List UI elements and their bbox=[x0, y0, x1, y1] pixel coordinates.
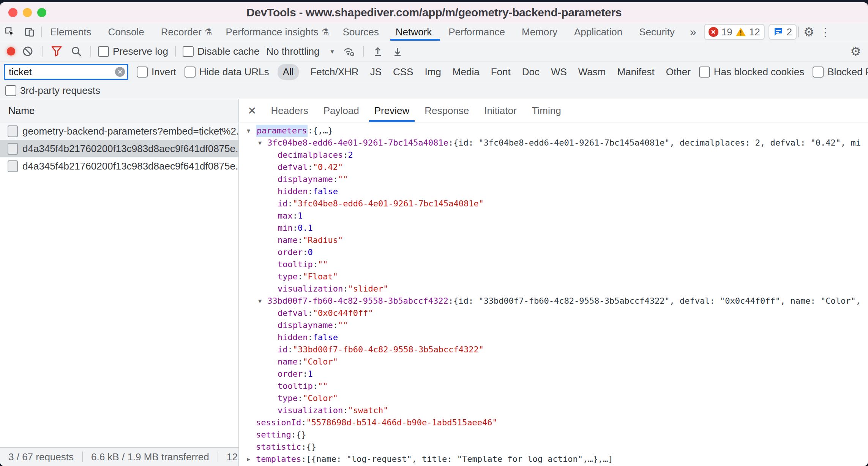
json-tree-line[interactable]: name : "Radius" bbox=[239, 234, 868, 246]
json-tree-line[interactable]: max : 1 bbox=[239, 210, 868, 222]
devtools-tab[interactable]: Recorder⚗ bbox=[154, 23, 219, 41]
json-tree-line[interactable]: order : 0 bbox=[239, 246, 868, 258]
blocked-requests-checkbox[interactable] bbox=[813, 67, 824, 78]
json-tree-line[interactable]: type : "Color" bbox=[239, 392, 868, 404]
json-tree-line[interactable]: defval : "0.42" bbox=[239, 161, 868, 173]
json-tree-line[interactable]: visualization : "slider" bbox=[239, 283, 868, 295]
disclosure-triangle-icon[interactable]: ▼ bbox=[258, 137, 267, 149]
more-tabs-chevron-icon[interactable]: » bbox=[685, 23, 702, 41]
json-tree-line[interactable]: decimalplaces : 2 bbox=[239, 149, 868, 161]
resource-type-chip[interactable]: Other bbox=[666, 66, 691, 78]
detail-tab[interactable]: Initiator bbox=[477, 99, 524, 122]
json-tree-line[interactable]: ▼ parameters : {,…} bbox=[239, 125, 868, 137]
json-tree-line[interactable]: id : "33bd00f7-fb60-4c82-9558-3b5abccf43… bbox=[239, 344, 868, 356]
json-tree-line[interactable]: displayname : "" bbox=[239, 173, 868, 185]
name-column-header[interactable]: Name bbox=[0, 99, 239, 122]
resource-type-chip[interactable]: Img bbox=[425, 66, 441, 78]
resource-type-chip[interactable]: WS bbox=[551, 66, 567, 78]
disable-cache-label: Disable cache bbox=[197, 46, 259, 57]
disable-cache-checkbox[interactable] bbox=[183, 46, 194, 57]
detail-tab[interactable]: Headers bbox=[263, 99, 316, 122]
hide-data-urls-checkbox[interactable] bbox=[185, 67, 196, 78]
json-tree-line[interactable]: displayname : "" bbox=[239, 319, 868, 331]
kebab-menu-icon[interactable]: ⋮ bbox=[817, 23, 837, 41]
issues-badge[interactable]: 2 bbox=[769, 24, 797, 40]
resource-type-chip[interactable]: Fetch/XHR bbox=[310, 66, 358, 78]
disclosure-triangle-icon[interactable]: ▶ bbox=[247, 453, 256, 465]
clear-network-log-icon[interactable] bbox=[21, 44, 35, 59]
json-tree-line[interactable]: hidden : false bbox=[239, 185, 868, 198]
third-party-toggle[interactable]: 3rd-party requests bbox=[5, 85, 100, 97]
resource-type-chip[interactable]: Wasm bbox=[578, 66, 606, 78]
json-tree-line[interactable]: name : "Color" bbox=[239, 356, 868, 368]
device-toolbar-icon[interactable] bbox=[20, 23, 39, 41]
import-har-icon[interactable] bbox=[371, 44, 385, 59]
detail-tab[interactable]: Payload bbox=[316, 99, 367, 122]
disclosure-triangle-icon[interactable]: ▼ bbox=[258, 295, 267, 307]
resource-type-chip[interactable]: CSS bbox=[393, 66, 413, 78]
json-tree-line[interactable]: type : "Float" bbox=[239, 271, 868, 283]
filter-icon[interactable] bbox=[49, 44, 64, 59]
json-tree-line[interactable]: defval : "0x0c44f0ff" bbox=[239, 307, 868, 319]
resource-type-chip[interactable]: All bbox=[278, 64, 299, 80]
warning-count: 12 bbox=[749, 26, 760, 38]
devtools-tab[interactable]: Console bbox=[101, 23, 154, 41]
record-network-log-button[interactable] bbox=[7, 47, 15, 55]
devtools-tab[interactable]: Performance insights⚗ bbox=[219, 23, 336, 41]
settings-gear-icon[interactable]: ⚙ bbox=[800, 23, 817, 41]
json-tree-line[interactable]: ▼ 33bd00f7-fb60-4c82-9558-3b5abccf4322 :… bbox=[239, 295, 868, 307]
devtools-tab[interactable]: Memory bbox=[515, 23, 567, 41]
resource-type-chip[interactable]: Doc bbox=[522, 66, 540, 78]
json-tree-line[interactable]: setting : {} bbox=[239, 429, 868, 441]
detail-tab[interactable]: Preview bbox=[367, 99, 417, 122]
json-tree-line[interactable]: sessionId : "5578698d-b514-466d-b90e-1ab… bbox=[239, 417, 868, 429]
disable-cache-toggle[interactable]: Disable cache bbox=[183, 46, 259, 57]
devtools-tab[interactable]: Performance bbox=[442, 23, 515, 41]
has-blocked-cookies-checkbox[interactable] bbox=[699, 67, 710, 78]
export-har-icon[interactable] bbox=[390, 44, 405, 59]
json-tree-line[interactable]: visualization : "swatch" bbox=[239, 404, 868, 417]
network-conditions-icon[interactable] bbox=[342, 44, 356, 59]
filter-input-box[interactable]: ✕ bbox=[4, 64, 128, 80]
preserve-log-checkbox[interactable] bbox=[98, 46, 109, 57]
inspect-element-icon[interactable] bbox=[0, 23, 20, 41]
invert-toggle[interactable]: Invert bbox=[137, 66, 176, 78]
resource-type-chip[interactable]: Manifest bbox=[617, 66, 655, 78]
json-tree-line[interactable]: min : 0.1 bbox=[239, 222, 868, 234]
json-tree-line[interactable]: statistic : {} bbox=[239, 441, 868, 453]
invert-checkbox[interactable] bbox=[137, 67, 148, 78]
filter-input[interactable] bbox=[8, 66, 112, 78]
search-icon[interactable] bbox=[69, 44, 84, 59]
resource-type-chip[interactable]: Font bbox=[491, 66, 511, 78]
devtools-tab[interactable]: Security bbox=[632, 23, 685, 41]
disclosure-triangle-icon[interactable]: ▼ bbox=[247, 125, 256, 137]
json-tree-line[interactable]: ▶ templates : [{name: "log-request", tit… bbox=[239, 453, 868, 465]
json-tree-line[interactable]: order : 1 bbox=[239, 368, 868, 380]
request-row[interactable]: d4a345f4b21760200f13c983d8aec9f641df0875… bbox=[0, 140, 238, 157]
preserve-log-toggle[interactable]: Preserve log bbox=[98, 46, 168, 57]
network-settings-gear-icon[interactable]: ⚙ bbox=[847, 44, 864, 59]
devtools-tab[interactable]: Network bbox=[389, 23, 442, 41]
devtools-tab[interactable]: Sources bbox=[336, 23, 388, 41]
detail-tab[interactable]: Timing bbox=[524, 99, 569, 122]
detail-tab[interactable]: Response bbox=[417, 99, 477, 122]
close-detail-panel-icon[interactable]: ✕ bbox=[239, 99, 263, 122]
devtools-tab[interactable]: Elements bbox=[43, 23, 101, 41]
third-party-checkbox[interactable] bbox=[5, 85, 16, 96]
clear-filter-icon[interactable]: ✕ bbox=[115, 67, 125, 77]
request-row[interactable]: geometry-backend-parameters?embed=ticket… bbox=[0, 122, 238, 140]
blocked-requests-toggle[interactable]: Blocked Requests bbox=[813, 66, 868, 78]
has-blocked-cookies-toggle[interactable]: Has blocked cookies bbox=[699, 66, 804, 78]
json-tree-line[interactable]: ▼ 3fc04be8-edd6-4e01-9261-7bc145a4081e :… bbox=[239, 137, 868, 149]
errors-warnings-badge[interactable]: ✕ 19 12 bbox=[704, 24, 765, 40]
resource-type-chip[interactable]: Media bbox=[453, 66, 480, 78]
json-tree-line[interactable]: hidden : false bbox=[239, 331, 868, 344]
devtools-tab[interactable]: Application bbox=[567, 23, 632, 41]
request-row[interactable]: d4a345f4b21760200f13c983d8aec9f641df0875… bbox=[0, 157, 238, 175]
json-tree-line[interactable]: id : "3fc04be8-edd6-4e01-9261-7bc145a408… bbox=[239, 198, 868, 210]
resource-type-chip[interactable]: JS bbox=[370, 66, 382, 78]
hide-data-urls-toggle[interactable]: Hide data URLs bbox=[185, 66, 269, 78]
json-tree-line[interactable]: tooltip : "" bbox=[239, 258, 868, 271]
json-tree-line[interactable]: tooltip : "" bbox=[239, 380, 868, 392]
throttling-select[interactable]: No throttling ▼ bbox=[265, 46, 336, 57]
